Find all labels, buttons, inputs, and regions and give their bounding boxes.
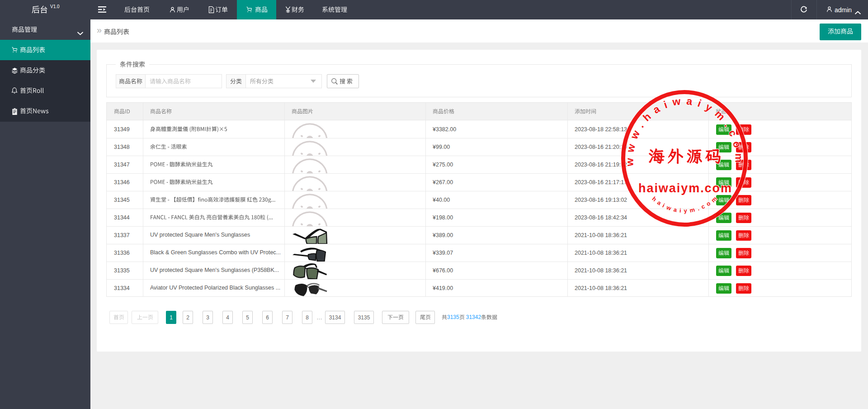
svg-text:haiwaiym.com: haiwaiym.com — [651, 193, 721, 214]
svg-text:www.haiwaiym.com: www.haiwaiym.com — [623, 95, 745, 168]
svg-text:haiwaiym.com: haiwaiym.com — [638, 181, 732, 195]
